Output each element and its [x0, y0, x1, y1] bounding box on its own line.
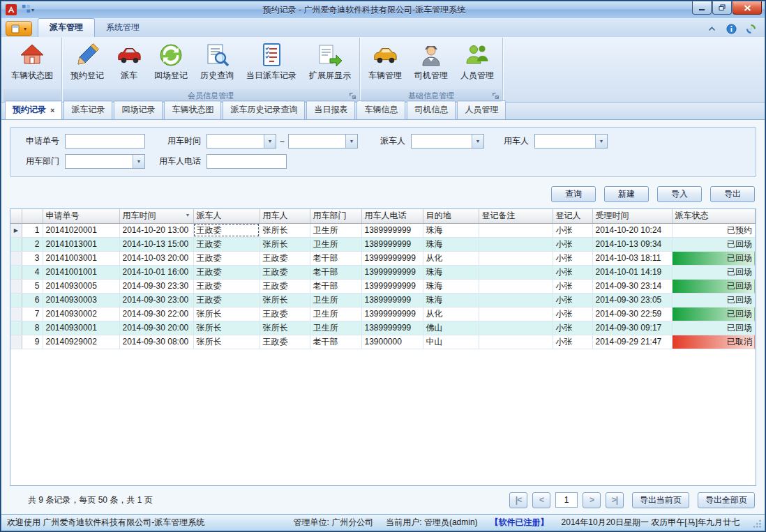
table-row[interactable]: 6201409300032014-09-30 23:00王政委张所长卫生所138… [10, 293, 756, 307]
cell-dest[interactable]: 中山 [423, 335, 479, 349]
quick-access-toolbar-button[interactable]: ▾ [20, 3, 36, 16]
cell-note[interactable] [479, 237, 553, 251]
people-manage-button[interactable]: 人员管理 [454, 39, 500, 89]
table-row[interactable]: 7201409300022014-09-30 22:00张所长王政委卫生所139… [10, 307, 756, 321]
cell-dest[interactable]: 佛山 [423, 321, 479, 335]
prev-page-button[interactable]: < [532, 492, 550, 508]
cell-dept[interactable]: 老干部 [310, 335, 361, 349]
cell-use_time[interactable]: 2014-09-30 23:00 [119, 293, 193, 307]
cell-status[interactable]: 已预约 [672, 223, 756, 237]
ribbon-tab-2[interactable]: 系统管理 [95, 19, 151, 37]
cell-dest[interactable]: 珠海 [423, 293, 479, 307]
cell-dispatcher[interactable]: 王政委 [193, 293, 260, 307]
page-number-input[interactable] [555, 492, 578, 508]
cell-registrar[interactable]: 小张 [553, 279, 592, 293]
cell-note[interactable] [479, 335, 553, 349]
cell-dest[interactable]: 珠海 [423, 223, 479, 237]
cell-status[interactable]: 已回场 [672, 307, 756, 321]
cell-status[interactable]: 已回场 [672, 251, 756, 265]
cell-status[interactable]: 已回场 [672, 279, 756, 293]
cell-order_no[interactable]: 20141001001 [43, 265, 119, 279]
cell-order_no[interactable]: 20140930003 [43, 293, 119, 307]
cell-dispatcher[interactable]: 王政委 [193, 265, 260, 279]
cell-phone[interactable]: 13999999999 [361, 279, 423, 293]
cell-dispatcher[interactable]: 张所长 [193, 335, 260, 349]
cell-note[interactable] [479, 307, 553, 321]
cell-dest[interactable]: 珠海 [423, 265, 479, 279]
cell-phone[interactable]: 1389999999 [361, 293, 423, 307]
history-search-button[interactable]: 历史查询 [194, 39, 240, 89]
cell-accept_time[interactable]: 2014-09-30 22:59 [592, 307, 672, 321]
doc-tab-9[interactable]: 人员管理 [457, 100, 506, 119]
cell-dispatcher[interactable]: 王政委 [193, 279, 260, 293]
use-time-from-combo[interactable]: ▼ [206, 134, 276, 149]
cell-status[interactable]: 已回场 [672, 237, 756, 251]
ribbon-tab-1[interactable]: 派车管理 [38, 18, 95, 37]
cell-order_no[interactable]: 20140930005 [43, 279, 119, 293]
doc-tab-2[interactable]: 派车记录 [63, 100, 112, 119]
car-user-combo[interactable]: ▼ [534, 134, 608, 149]
table-row[interactable]: 4201410010012014-10-01 16:00王政委王政委老干部139… [10, 265, 756, 279]
column-header[interactable]: 受理时间 [592, 209, 672, 223]
cell-phone[interactable]: 13999999999 [361, 251, 423, 265]
cell-order_no[interactable]: 20141020001 [43, 223, 119, 237]
doc-tab-4[interactable]: 车辆状态图 [164, 100, 221, 119]
cell-use_time[interactable]: 2014-10-03 20:00 [119, 251, 193, 265]
column-header[interactable]: 申请单号 [43, 209, 119, 223]
column-header[interactable]: 用车人电话 [361, 209, 423, 223]
order-no-input[interactable] [65, 134, 145, 149]
cell-phone[interactable]: 13999999999 [361, 265, 423, 279]
doc-tab-1[interactable]: 预约记录× [5, 100, 62, 119]
table-row[interactable]: ▶1201410200012014-10-20 13:00王政委张所长卫生所13… [10, 223, 756, 237]
doc-tab-5[interactable]: 派车历史记录查询 [223, 100, 305, 119]
cell-registrar[interactable]: 小张 [553, 293, 592, 307]
dialog-launcher-icon[interactable] [492, 92, 500, 100]
column-header[interactable]: 用车部门 [310, 209, 361, 223]
column-header[interactable]: 登记人 [553, 209, 592, 223]
info-icon[interactable] [726, 23, 737, 34]
cell-use_time[interactable]: 2014-09-30 22:00 [119, 307, 193, 321]
cell-registrar[interactable]: 小张 [553, 265, 592, 279]
cell-phone[interactable]: 1389999999 [361, 237, 423, 251]
cell-phone[interactable]: 1389999999 [361, 223, 423, 237]
cell-status[interactable]: 已回场 [672, 321, 756, 335]
cell-note[interactable] [479, 293, 553, 307]
cell-registrar[interactable]: 小张 [553, 307, 592, 321]
cell-user[interactable]: 王政委 [260, 279, 310, 293]
cell-dispatcher[interactable]: 张所长 [193, 321, 260, 335]
cell-user[interactable]: 张所长 [260, 223, 310, 237]
import-button[interactable]: 导入 [657, 186, 702, 202]
cell-order_no[interactable]: 20140929002 [43, 335, 119, 349]
cell-dispatcher[interactable]: 王政委 [193, 251, 260, 265]
cell-accept_time[interactable]: 2014-10-01 14:19 [592, 265, 672, 279]
cell-accept_time[interactable]: 2014-09-30 23:14 [592, 279, 672, 293]
table-row[interactable]: 9201409290022014-09-30 08:00张所长王政委老干部139… [10, 335, 756, 349]
cell-note[interactable] [479, 223, 553, 237]
cell-dept[interactable]: 老干部 [310, 265, 361, 279]
first-page-button[interactable]: |< [509, 492, 527, 508]
vehicle-status-house-button[interactable]: 车辆状态图 [5, 39, 59, 89]
application-menu-button[interactable]: ▾ [6, 21, 32, 36]
cell-registrar[interactable]: 小张 [553, 335, 592, 349]
cell-dept[interactable]: 卫生所 [310, 223, 361, 237]
query-button[interactable]: 查询 [551, 186, 596, 202]
cell-user[interactable]: 王政委 [260, 265, 310, 279]
cell-dept[interactable]: 老干部 [310, 279, 361, 293]
cell-note[interactable] [479, 279, 553, 293]
doc-tab-8[interactable]: 司机信息 [407, 100, 456, 119]
cell-registrar[interactable]: 小张 [553, 321, 592, 335]
reservation-pencil-button[interactable]: 预约登记 [64, 39, 110, 89]
export-all-pages-button[interactable]: 导出全部页 [698, 492, 755, 508]
cell-accept_time[interactable]: 2014-09-30 09:17 [592, 321, 672, 335]
cell-phone[interactable]: 13900000 [361, 335, 423, 349]
column-header[interactable]: 用车时间▼ [119, 209, 193, 223]
doc-tab-7[interactable]: 车辆信息 [356, 100, 405, 119]
cell-dispatcher[interactable]: 张所长 [193, 307, 260, 321]
cell-accept_time[interactable]: 2014-09-29 21:47 [592, 335, 672, 349]
cell-note[interactable] [479, 265, 553, 279]
column-header[interactable]: 目的地 [423, 209, 479, 223]
export-button[interactable]: 导出 [710, 186, 755, 202]
doc-tab-6[interactable]: 当日报表 [306, 100, 355, 119]
cell-user[interactable]: 张所长 [260, 321, 310, 335]
filter-caret-icon[interactable]: ▼ [186, 213, 190, 218]
